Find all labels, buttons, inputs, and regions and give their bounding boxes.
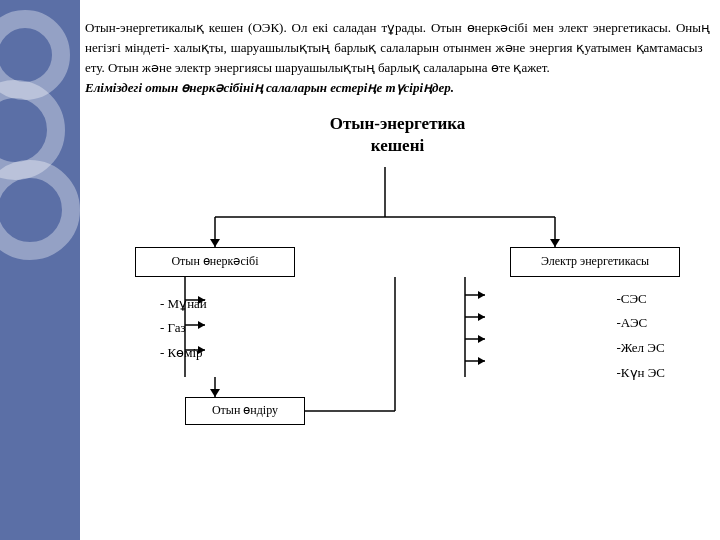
- list-item-komir: - Көмір: [160, 341, 207, 366]
- svg-marker-24: [478, 357, 485, 365]
- intro-paragraph: Отын-энергетикалық кешен (ОЭК). Ол екі с…: [85, 18, 710, 99]
- svg-marker-5: [550, 239, 560, 247]
- list-item-ses: -СЭС: [617, 287, 665, 312]
- main-content: Отын-энергетикалық кешен (ОЭК). Ол екі с…: [85, 18, 710, 530]
- left-decoration: [0, 0, 80, 540]
- svg-marker-20: [478, 313, 485, 321]
- box-elektr-energetika: Электр энергетикасы: [510, 247, 680, 277]
- diagram-area: Отын өнеркәсібі Электр энергетикасы - Мұ…: [85, 167, 710, 437]
- list-item-munay: - Мұнай: [160, 292, 207, 317]
- bold-italic-text: Еліміздегі отын өнеркәсібінің салаларын …: [85, 80, 454, 95]
- svg-marker-14: [210, 389, 220, 397]
- svg-marker-18: [478, 291, 485, 299]
- box-otyn-onerkasip: Отын өнеркәсібі: [135, 247, 295, 277]
- list-item-kun: -Күн ЭС: [617, 361, 665, 386]
- list-item-zhel: -Жел ЭС: [617, 336, 665, 361]
- left-items-list: - Мұнай - Газ - Көмір: [160, 292, 207, 366]
- right-items-list: -СЭС -АЭС -Жел ЭС -Күн ЭС: [617, 287, 665, 386]
- list-item-aes: -АЭС: [617, 311, 665, 336]
- circle-3: [0, 160, 80, 260]
- box-otyn-ondiru: Отын өндіру: [185, 397, 305, 425]
- diagram-title: Отын-энергетика кешені: [85, 113, 710, 157]
- svg-marker-22: [478, 335, 485, 343]
- svg-marker-3: [210, 239, 220, 247]
- list-item-gaz: - Газ: [160, 316, 207, 341]
